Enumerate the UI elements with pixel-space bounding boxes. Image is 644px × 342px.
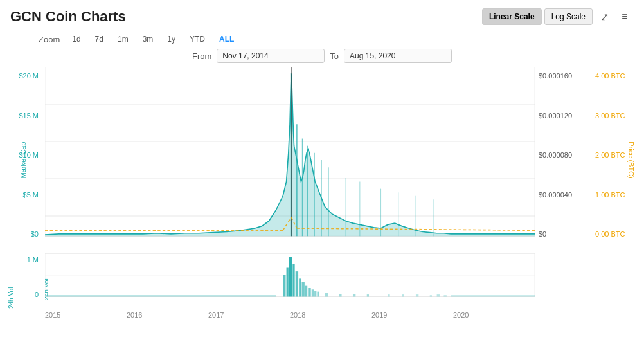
btc-label-3: 3.00 BTC — [595, 112, 625, 120]
mcap-label-15m: $15 M — [19, 112, 39, 120]
svg-rect-44 — [353, 294, 355, 297]
main-chart-svg — [45, 67, 535, 253]
from-date-input[interactable] — [217, 49, 325, 63]
expand-icon[interactable]: ⤢ — [595, 8, 613, 26]
zoom-all[interactable]: ALL — [215, 33, 238, 45]
svg-rect-45 — [367, 294, 369, 296]
svg-rect-33 — [292, 264, 294, 297]
btc-label-4: 4.00 BTC — [595, 72, 625, 80]
zoom-label: Zoom — [39, 35, 60, 44]
svg-rect-34 — [296, 271, 298, 296]
market-cap-axis-label: Market Cap — [19, 142, 27, 179]
vol-label-0: 0 — [35, 291, 39, 298]
to-label: To — [330, 51, 339, 61]
mcap-label-5m: $5 M — [23, 191, 39, 199]
main-chart-container: Market Cap $20 M $15 M $10 M $5 M $0 — [0, 67, 644, 253]
zoom-1d[interactable]: 1d — [67, 33, 85, 45]
vol-label-1m: 1 M — [27, 256, 39, 264]
x-label-2019: 2019 — [371, 311, 453, 319]
date-range-row: From To — [0, 48, 644, 67]
x-label-2016: 2016 — [127, 311, 208, 319]
svg-rect-50 — [437, 294, 440, 296]
volume-chart-container: 24h Vol 1 M 0 — [0, 253, 644, 311]
zoom-3m[interactable]: 3m — [138, 33, 158, 45]
page-title: GCN Coin Charts — [10, 8, 126, 25]
btc-label-2: 2.00 BTC — [595, 151, 625, 159]
x-axis-labels: 2015 2016 2017 2018 2019 2020 — [45, 311, 535, 321]
x-label-2017: 2017 — [208, 311, 290, 319]
menu-icon[interactable]: ≡ — [616, 8, 634, 26]
svg-rect-36 — [302, 282, 305, 297]
svg-rect-32 — [289, 257, 292, 297]
mcap-label-20m: $20 M — [19, 72, 39, 80]
svg-text:24h Vol: 24h Vol — [45, 278, 49, 300]
y-axis-market-cap: Market Cap $20 M $15 M $10 M $5 M $0 — [0, 67, 45, 253]
page-header: GCN Coin Charts Linear Scale Log Scale ⤢… — [0, 0, 644, 31]
svg-rect-37 — [305, 286, 307, 297]
volume-chart-svg: 24h Vol — [45, 253, 535, 311]
zoom-1m[interactable]: 1m — [113, 33, 133, 45]
from-label: From — [192, 51, 211, 61]
svg-rect-46 — [388, 294, 389, 296]
svg-rect-43 — [339, 294, 341, 297]
svg-rect-41 — [317, 292, 319, 297]
zoom-1y[interactable]: 1y — [163, 33, 180, 45]
y-axis-price-usd: $0.000160 $0.000120 $0.000080 $0.000040 … — [535, 67, 593, 253]
svg-rect-38 — [308, 288, 310, 297]
price-label-0: $0 — [539, 230, 546, 238]
svg-rect-39 — [312, 289, 314, 296]
svg-rect-51 — [443, 295, 446, 296]
volume-axis-label: 24h Vol — [8, 270, 15, 309]
zoom-bar: Zoom 1d 7d 1m 3m 1y YTD ALL — [0, 31, 644, 48]
price-label-120: $0.000120 — [539, 112, 572, 120]
y-axis-price-btc: Price (BTC) 4.00 BTC 3.00 BTC 2.00 BTC 1… — [593, 67, 644, 253]
linear-scale-button[interactable]: Linear Scale — [482, 8, 542, 25]
svg-rect-52 — [451, 295, 535, 296]
zoom-7d[interactable]: 7d — [91, 33, 108, 45]
price-label-80: $0.000080 — [539, 151, 572, 159]
main-chart-svg-area[interactable] — [45, 67, 535, 253]
mcap-label-0: $0 — [31, 230, 39, 238]
header-controls: Linear Scale Log Scale ⤢ ≡ — [482, 8, 634, 26]
svg-rect-40 — [314, 291, 316, 297]
btc-label-1: 1.00 BTC — [595, 191, 625, 199]
svg-rect-31 — [287, 268, 289, 297]
svg-rect-29 — [45, 295, 276, 296]
svg-rect-47 — [402, 294, 404, 296]
svg-rect-48 — [416, 294, 418, 296]
svg-rect-35 — [299, 278, 301, 296]
zoom-ytd[interactable]: YTD — [185, 33, 210, 45]
volume-chart-svg-area[interactable]: 24h Vol — [45, 253, 535, 311]
x-label-2018: 2018 — [290, 311, 371, 319]
svg-rect-49 — [430, 295, 432, 296]
volume-y-axis: 24h Vol 1 M 0 — [0, 253, 45, 311]
btc-label-0: 0.00 BTC — [595, 230, 625, 238]
x-label-2015: 2015 — [45, 311, 127, 319]
svg-rect-42 — [325, 293, 328, 297]
log-scale-button[interactable]: Log Scale — [544, 8, 593, 25]
price-label-40: $0.000040 — [539, 191, 572, 199]
vol-right-spacer — [535, 253, 644, 311]
to-date-input[interactable] — [344, 49, 452, 63]
price-label-160: $0.000160 — [539, 72, 572, 80]
svg-rect-30 — [283, 275, 285, 297]
btc-axis-label: Price (BTC) — [627, 141, 634, 178]
x-label-2020: 2020 — [453, 311, 535, 319]
